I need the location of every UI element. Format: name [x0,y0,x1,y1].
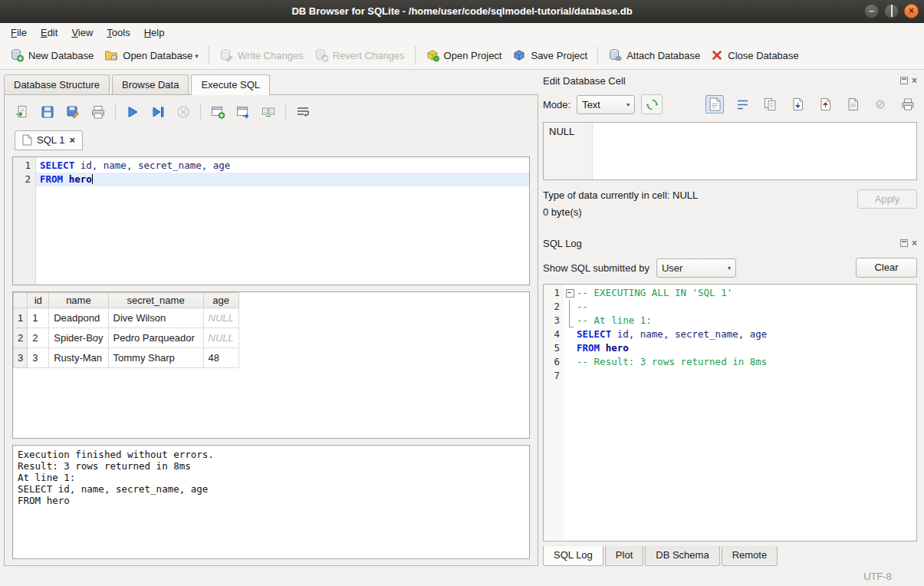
close-icon: × [909,5,914,16]
edit-cell-title: Edit Database Cell [543,75,626,87]
dock-tab-remote[interactable]: Remote [722,546,778,566]
menu-help[interactable]: Help [137,25,172,41]
word-wrap-button[interactable] [294,104,311,120]
export-data-icon[interactable] [816,95,834,114]
mode-select[interactable]: Text ▾ [577,95,635,114]
open-project-button[interactable]: Open Project [420,44,508,66]
menu-file[interactable]: File [4,25,34,41]
sql-tab-close-icon[interactable]: × [69,137,75,144]
dock-tab-sql-log[interactable]: SQL Log [543,546,603,566]
cell-id[interactable]: 3 [28,348,49,368]
cell-editor-area[interactable]: NULL [543,122,917,180]
execute-all-button[interactable] [124,104,141,120]
close-panel-icon[interactable]: × [912,239,917,247]
save-as-icon[interactable] [843,95,862,114]
menu-tools[interactable]: Tools [100,25,136,41]
window-controls: – × [864,4,919,18]
encoding-indicator[interactable]: UTF-8 [863,571,892,582]
sql-log-line-numbers: 1 2 3 4 5 6 7 [544,285,564,541]
sql-document-tab[interactable]: SQL 1 × [15,130,83,150]
new-sql-tab-button[interactable] [209,104,226,120]
cell-secret-name[interactable]: Tommy Sharp [108,348,203,368]
sql-identifiers: id, name, secret_name, age [74,160,230,171]
cell-age[interactable]: NULL [203,308,238,328]
print-sql-button[interactable] [90,104,107,120]
save-project-button[interactable]: Save Project [507,44,593,66]
fold-line-end [569,314,574,328]
table-row: 1 1 Deadpond Dive Wilson NULL [14,308,239,328]
new-database-label: New Database [28,50,94,61]
column-header-id[interactable]: id [28,293,49,308]
submitted-by-select[interactable]: User ▾ [656,258,736,278]
open-database-dropdown-icon[interactable]: ▾ [195,52,199,62]
float-panel-icon[interactable] [900,239,908,247]
text-mode-icon[interactable] [705,95,724,114]
clear-log-button[interactable]: Clear [856,258,917,278]
open-sql-file-button[interactable] [14,104,31,120]
cell-age[interactable]: 48 [203,348,238,368]
execute-current-line-button[interactable] [150,104,166,120]
menu-edit[interactable]: Edit [34,25,64,41]
line-number: 5 [544,341,560,355]
sql-log-view[interactable]: 1 2 3 4 5 6 7 -- EXECUTING ALL IN 'SQL 1… [543,284,917,542]
stop-execution-button[interactable] [175,104,192,120]
new-database-button[interactable]: New Database [5,44,99,66]
sql-table-name: hero [606,342,629,354]
save-sql-file-button[interactable] [39,104,56,120]
log-line: SELECT id, name, secret_name, age [577,328,916,341]
cell-name[interactable]: Rusty-Man [49,348,108,368]
close-button[interactable]: × [904,4,919,18]
cell-editor-blank[interactable] [593,123,916,179]
import-data-icon[interactable] [788,95,807,114]
fold-collapse-icon[interactable] [564,286,575,300]
edit-cell-dock-controls: × [900,77,917,84]
column-header-age[interactable]: age [203,293,238,308]
sql-keyword: FROM [577,342,600,354]
float-panel-icon[interactable] [900,77,908,84]
save-sql-as-button[interactable] [64,104,81,120]
revert-changes-button[interactable]: Revert Changes [309,44,410,66]
word-wrap-icon[interactable] [733,95,751,114]
tab-database-structure[interactable]: Database Structure [4,74,110,95]
row-number[interactable]: 2 [14,328,28,348]
sql-keyword: SELECT [577,328,611,340]
cell-name[interactable]: Spider-Boy [49,328,108,348]
cell-info-row: Type of data currently in cell: NULL 0 b… [543,189,917,225]
close-panel-icon[interactable]: × [912,77,917,84]
column-header-secret-name[interactable]: secret_name [108,293,203,308]
copy-cell-icon[interactable] [761,95,779,114]
minimize-button[interactable]: – [864,4,879,18]
tab-browse-data[interactable]: Browse Data [112,74,189,95]
attach-database-button[interactable]: Attach Database [603,44,705,66]
apply-button[interactable]: Apply [857,189,917,209]
tab-execute-sql[interactable]: Execute SQL [191,74,270,95]
cell-id[interactable]: 2 [28,328,49,348]
open-sql-tab-button[interactable] [235,104,252,120]
results-grid: id name secret_name age 1 1 Deadpond Div… [12,291,530,439]
print-cell-icon[interactable] [899,95,917,114]
open-database-button[interactable]: Open Database ▾ [99,44,204,66]
line-number: 1 [13,159,31,173]
sql-editor-code[interactable]: SELECT id, name, secret_name, age FROM h… [36,157,529,285]
results-table: id name secret_name age 1 1 Deadpond Div… [13,292,239,368]
maximize-button[interactable] [884,4,899,18]
dock-tab-plot[interactable]: Plot [605,546,643,566]
column-header-name[interactable]: name [49,293,108,308]
find-replace-button[interactable] [260,104,277,120]
auto-detect-format-button[interactable] [641,94,663,114]
dock-tab-db-schema[interactable]: DB Schema [645,546,719,566]
row-number[interactable]: 3 [14,348,28,368]
close-database-button[interactable]: Close Database [705,45,804,65]
cell-secret-name[interactable]: Dive Wilson [108,308,203,328]
cell-secret-name[interactable]: Pedro Parqueador [108,328,203,348]
cell-age[interactable]: NULL [203,328,238,348]
write-changes-button[interactable]: Write Changes [214,44,309,66]
cell-editor-toolbar [705,95,917,114]
sql-editor[interactable]: 1 2 SELECT id, name, secret_name, age FR… [12,156,530,285]
menu-view[interactable]: View [64,25,100,41]
cell-id[interactable]: 1 [28,308,49,328]
row-number[interactable]: 1 [14,308,28,328]
left-panel: Database Structure Browse Data Execute S… [0,70,538,566]
cell-name[interactable]: Deadpond [49,308,108,328]
set-null-icon[interactable] [871,95,889,114]
